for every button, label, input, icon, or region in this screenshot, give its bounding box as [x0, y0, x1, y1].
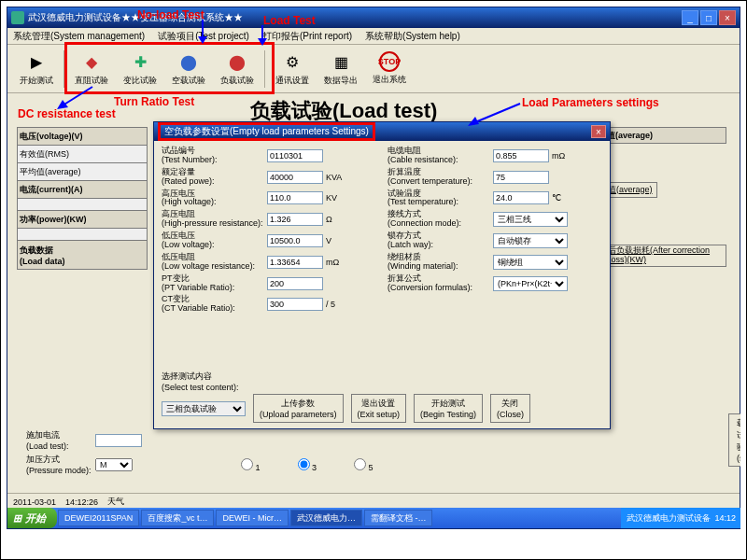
field-label: 试品编号 (Test Number): [162, 147, 264, 165]
tool-label: 数据导出 [324, 75, 358, 87]
task-item-2[interactable]: DEWEI - Micr… [216, 510, 289, 526]
field-label: 折算公式 (Conversion formulas): [388, 274, 490, 293]
status-day: 天气 [107, 496, 124, 508]
dialog-right-col: 电缆电阻 (Cable resistance):mΩ折算温度 (Convert … [388, 147, 602, 314]
rms-row: 有效值(RMS) [17, 145, 148, 163]
menu-test[interactable]: 试验项目(Test project) [158, 30, 249, 43]
maximize-button[interactable]: □ [700, 10, 717, 25]
close-dialog-button[interactable]: 关闭 (Close) [490, 394, 530, 423]
field-label: 高压电阻 (High-pressure resistance): [162, 210, 264, 229]
field-label: 锁存方式 (Latch way): [388, 231, 490, 250]
rfield-2: 试验温度 (Test temperature):℃ [388, 189, 602, 208]
radio-3-label: 3 [312, 463, 317, 472]
bottom-controls: 施加电流 (Load test): 加压方式 (Pressure mode): … [26, 427, 142, 478]
radio-3[interactable]: 3 [298, 458, 317, 472]
grid-icon: ▦ [330, 50, 352, 73]
menu-print[interactable]: 打印报告(Print report) [262, 30, 352, 43]
field-label: PT变比 (PT Variable Ratio): [162, 274, 264, 293]
select-test-content[interactable]: 三相负载试验 [162, 401, 246, 416]
blank-row [17, 228, 148, 241]
field-5: 低压电阻 (Low voltage resistance):mΩ [162, 253, 376, 272]
start-button[interactable]: ⊞ 开始 [7, 508, 57, 528]
field-input[interactable] [267, 213, 323, 226]
field-unit: / 5 [326, 300, 348, 309]
field-input[interactable] [267, 298, 323, 311]
pressure-mode-label: 加压方式 (Pressure mode): [26, 454, 92, 475]
field-2: 高压电压 (High voltage):KV [162, 189, 376, 208]
field-input[interactable] [267, 191, 323, 204]
task-item-3[interactable]: 武汉德威电力… [290, 510, 362, 526]
close-button[interactable]: × [719, 10, 736, 25]
field-select[interactable]: 三相三线 [493, 212, 568, 227]
field-input[interactable] [267, 171, 323, 184]
dialog-close-button[interactable]: × [591, 125, 606, 138]
radio-5[interactable]: 5 [354, 458, 374, 472]
noload-test-button[interactable]: ⬤ 空载试验 [165, 48, 212, 91]
plus-icon: ✚ [129, 50, 151, 73]
field-unit: KVA [326, 173, 348, 182]
pressure-mode-select[interactable]: M [95, 458, 133, 471]
dialog-titlebar: 空负载参数设置(Empty load parameters Settings) … [154, 122, 610, 141]
field-input[interactable] [493, 191, 549, 204]
start-test-button[interactable]: ▶ 开始测试 [13, 48, 60, 91]
field-select[interactable]: (PKn+Pr×(K2t+ [493, 276, 568, 291]
task-item-0[interactable]: DEWEI2011SPAN [58, 510, 139, 526]
field-label: CT变比 (CT Variable Ratio): [162, 295, 264, 314]
upload-params-button[interactable]: 上传参数 (Upload parameters) [253, 394, 344, 423]
load-test-button[interactable]: ⬤ 负载试验 [214, 48, 261, 91]
begin-testing-button[interactable]: 开始测试 (Begin Testing) [414, 394, 483, 423]
field-input[interactable] [267, 234, 323, 247]
comm-settings-button[interactable]: ⚙ 通讯设置 [269, 48, 316, 91]
radio-1-label: 1 [256, 463, 261, 472]
field-input[interactable] [267, 149, 323, 162]
exit-button[interactable]: STOP 退出系统 [366, 48, 413, 91]
load-data-en: (Load data) [20, 257, 65, 266]
titlebar: 武汉德威电力测试设备★★变压器综合测试系统★★ _ □ × [7, 7, 740, 28]
field-input[interactable] [267, 256, 323, 269]
field-select[interactable]: 自动锁存 [493, 233, 568, 248]
circle-icon: ⬤ [177, 50, 200, 73]
dialog-body: 试品编号 (Test Number):额定容量 (Rated powe):KVA… [154, 141, 610, 319]
load-data-header: 负载数据 (Load data) [17, 240, 148, 270]
select-test-label: 选择测试内容 (Select test content): [162, 371, 602, 392]
radio-1[interactable]: 1 [241, 458, 261, 472]
task-item-4[interactable]: 需翻译文档 -… [364, 510, 433, 526]
field-unit: V [326, 236, 348, 245]
dc-resistance-button[interactable]: ◆ 直阻试验 [68, 48, 115, 91]
field-label: 试验温度 (Test temperature): [388, 189, 490, 208]
windows-icon: ⊞ [13, 512, 21, 525]
load-test-label: 施加电流 (Load test): [26, 429, 92, 451]
taskbar: ⊞ 开始 DEWEI2011SPAN 百度搜索_vc t… DEWEI - Mi… [7, 508, 740, 528]
task-item-1[interactable]: 百度搜索_vc t… [141, 510, 214, 526]
field-label: 额定容量 (Rated powe): [162, 168, 264, 187]
field-4: 低压电压 (Low voltage):V [162, 231, 376, 250]
menu-system[interactable]: 系统管理(System management) [13, 30, 145, 43]
field-1: 额定容量 (Rated powe):KVA [162, 168, 376, 187]
toolbar: ▶ 开始测试 ◆ 直阻试验 ✚ 变比试验 ⬤ 空载试验 ⬤ 负载试验 ⚙ 通讯设… [7, 45, 740, 93]
tool-label: 直阻试验 [75, 75, 108, 87]
turn-ratio-button[interactable]: ✚ 变比试验 [117, 48, 163, 91]
tray-text: 武汉德威电力测试设备 [627, 512, 711, 525]
tray-clock: 14:12 [714, 513, 736, 523]
exit-setup-button[interactable]: 退出设置 (Exit setup) [351, 394, 407, 423]
field-unit: ℃ [552, 193, 574, 203]
menu-help[interactable]: 系统帮助(System help) [365, 30, 460, 43]
radio-5-label: 5 [369, 463, 374, 472]
field-input[interactable] [493, 171, 549, 184]
dialog-left-col: 试品编号 (Test Number):额定容量 (Rated powe):KVA… [162, 147, 376, 314]
load-test-input[interactable] [95, 434, 142, 447]
field-select[interactable]: 铜绕组 [493, 255, 568, 270]
play-icon: ▶ [25, 50, 48, 73]
dialog-footer: 选择测试内容 (Select test content): 三相负载试验 上传参… [162, 371, 602, 423]
status-time: 14:12:26 [65, 497, 98, 507]
export-button[interactable]: ▦ 数据导出 [317, 48, 364, 91]
field-label: 接线方式 (Connection mode): [388, 210, 490, 229]
right-bottom-button[interactable]: 载试验 (s) [728, 413, 740, 467]
rselect-0: 接线方式 (Connection mode):三相三线 [388, 210, 602, 229]
tool-label: 开始测试 [20, 75, 53, 87]
field-unit: Ω [326, 215, 348, 224]
minimize-button[interactable]: _ [682, 10, 698, 25]
field-input[interactable] [267, 277, 323, 290]
field-label: 低压电阻 (Low voltage resistance): [162, 253, 264, 272]
field-input[interactable] [493, 149, 549, 162]
